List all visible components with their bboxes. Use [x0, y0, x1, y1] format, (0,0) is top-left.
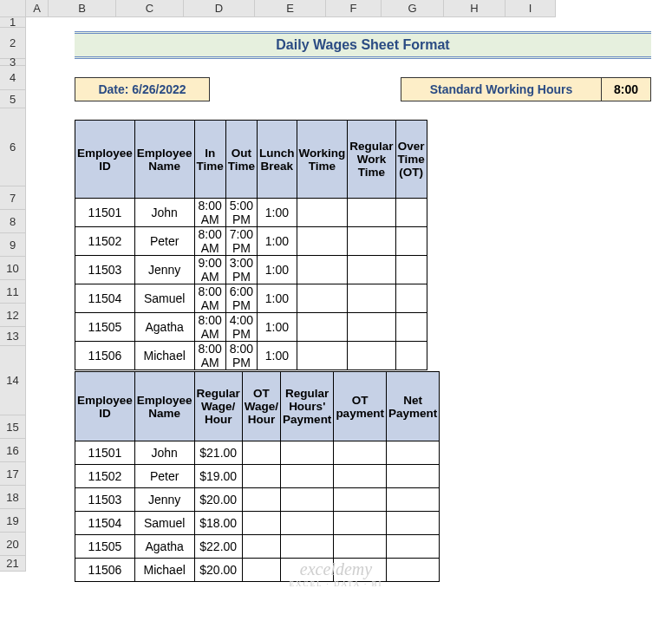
t1-header[interactable]: Over Time (OT) [395, 121, 427, 199]
cell[interactable] [386, 559, 439, 582]
table-row[interactable]: 11501John8:00 AM5:00 PM1:00 [75, 199, 427, 227]
column-header-H[interactable]: H [444, 0, 506, 17]
t1-header[interactable]: Lunch Break [258, 121, 297, 199]
column-header-C[interactable]: C [116, 0, 184, 17]
cell[interactable]: 8:00 AM [194, 227, 225, 256]
cell[interactable] [348, 199, 395, 227]
cell[interactable]: 11502 [75, 465, 135, 488]
cell[interactable] [334, 465, 387, 488]
row-header-16[interactable]: 16 [0, 439, 26, 462]
cell[interactable] [297, 256, 348, 284]
cell[interactable]: 1:00 [258, 342, 297, 370]
cell[interactable]: 1:00 [258, 256, 297, 284]
cell[interactable]: Samuel [134, 512, 194, 535]
cell[interactable] [386, 488, 439, 512]
row-header-18[interactable]: 18 [0, 486, 26, 509]
table-row[interactable]: 11506Michael$20.00 [75, 559, 440, 582]
row-header-14[interactable]: 14 [0, 346, 26, 415]
cell[interactable] [242, 535, 280, 559]
cell[interactable]: 3:00 PM [225, 256, 257, 284]
table-row[interactable]: 11505Agatha$22.00 [75, 535, 440, 559]
cell[interactable]: 1:00 [258, 227, 297, 256]
cell[interactable] [281, 512, 334, 535]
cell[interactable] [395, 284, 427, 313]
cell[interactable]: Michael [134, 342, 194, 370]
cell[interactable]: 11506 [75, 559, 135, 582]
cell[interactable]: Peter [134, 465, 194, 488]
row-header-9[interactable]: 9 [0, 233, 26, 257]
cell[interactable] [297, 199, 348, 227]
column-header-B[interactable]: B [49, 0, 116, 17]
cell[interactable] [334, 559, 387, 582]
cell[interactable] [281, 441, 334, 465]
cell[interactable] [386, 512, 439, 535]
cell[interactable]: 1:00 [258, 284, 297, 313]
table-row[interactable]: 11502Peter8:00 AM7:00 PM1:00 [75, 227, 427, 256]
row-header-6[interactable]: 6 [0, 108, 26, 186]
cell[interactable] [348, 256, 395, 284]
cell[interactable]: 8:00 AM [194, 284, 225, 313]
row-header-10[interactable]: 10 [0, 257, 26, 280]
cell[interactable]: 11505 [75, 313, 135, 342]
cell[interactable]: 11504 [75, 284, 135, 313]
cell[interactable] [297, 313, 348, 342]
cell[interactable] [242, 559, 280, 582]
date-box[interactable]: Date: 6/26/2022 [75, 77, 210, 101]
cell[interactable]: 11505 [75, 535, 135, 559]
t2-header[interactable]: Employee ID [75, 372, 135, 441]
cell[interactable]: 7:00 PM [225, 227, 257, 256]
cell[interactable]: 1:00 [258, 313, 297, 342]
row-header-8[interactable]: 8 [0, 210, 26, 233]
row-header-13[interactable]: 13 [0, 327, 26, 346]
t1-header[interactable]: Regular Work Time [348, 121, 395, 199]
cell[interactable]: Peter [134, 227, 194, 256]
cell[interactable] [297, 284, 348, 313]
t1-header[interactable]: Employee ID [75, 121, 135, 199]
cell[interactable] [281, 488, 334, 512]
t1-header[interactable]: Working Time [297, 121, 348, 199]
cell[interactable]: 11503 [75, 488, 135, 512]
cell[interactable] [348, 313, 395, 342]
column-header-I[interactable]: I [506, 0, 556, 17]
cell[interactable] [348, 284, 395, 313]
cell[interactable] [395, 199, 427, 227]
cell[interactable] [386, 441, 439, 465]
column-header-E[interactable]: E [255, 0, 326, 17]
cell[interactable] [242, 441, 280, 465]
row-header-1[interactable]: 1 [0, 17, 26, 28]
cell[interactable] [334, 512, 387, 535]
cell[interactable]: 11501 [75, 199, 135, 227]
table-row[interactable]: 11504Samuel$18.00 [75, 512, 440, 535]
table-row[interactable]: 11506Michael8:00 AM8:00 PM1:00 [75, 342, 427, 370]
table-row[interactable]: 11503Jenny9:00 AM3:00 PM1:00 [75, 256, 427, 284]
table-row[interactable]: 11503Jenny$20.00 [75, 488, 440, 512]
cell[interactable] [281, 535, 334, 559]
cell[interactable]: John [134, 441, 194, 465]
t1-header[interactable]: In Time [194, 121, 225, 199]
cell[interactable]: 8:00 PM [225, 342, 257, 370]
cell[interactable]: 8:00 AM [194, 313, 225, 342]
cell[interactable]: John [134, 199, 194, 227]
payment-table[interactable]: Employee IDEmployee NameRegular Wage/ Ho… [75, 371, 440, 582]
cell[interactable]: 11506 [75, 342, 135, 370]
time-table[interactable]: Employee IDEmployee NameIn TimeOut TimeL… [75, 120, 427, 370]
cell[interactable]: 11502 [75, 227, 135, 256]
t2-header[interactable]: Net Payment [386, 372, 439, 441]
cell[interactable] [334, 488, 387, 512]
select-all-corner[interactable] [0, 0, 26, 17]
t2-header[interactable]: Regular Wage/ Hour [194, 372, 242, 441]
row-header-3[interactable]: 3 [0, 59, 26, 66]
cell[interactable] [297, 342, 348, 370]
t2-header[interactable]: Regular Hours' Payment [281, 372, 334, 441]
t1-header[interactable]: Out Time [225, 121, 257, 199]
cell[interactable] [334, 441, 387, 465]
cell[interactable] [348, 227, 395, 256]
row-header-11[interactable]: 11 [0, 280, 26, 304]
cell[interactable]: $22.00 [194, 535, 242, 559]
cell[interactable]: 11504 [75, 512, 135, 535]
cell[interactable]: 9:00 AM [194, 256, 225, 284]
cell[interactable]: 1:00 [258, 199, 297, 227]
standard-hours-value[interactable]: 8:00 [602, 77, 651, 101]
cell[interactable] [297, 227, 348, 256]
cell[interactable] [395, 256, 427, 284]
